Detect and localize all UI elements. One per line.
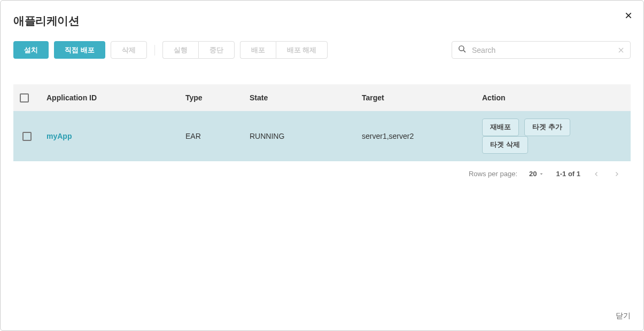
app-id-link[interactable]: myApp — [46, 132, 72, 140]
caret-down-icon — [539, 171, 544, 177]
cell-actions: 재배포 타겟 추가 타겟 삭제 — [476, 111, 631, 161]
chevron-left-icon — [593, 171, 600, 177]
cell-target: server1,server2 — [355, 111, 476, 161]
application-dialog: 애플리케이션 설치 직접 배포 삭제 실행 중단 배포 배포 해제 — [0, 0, 644, 331]
dialog-title: 애플리케이션 — [13, 13, 79, 28]
install-button[interactable]: 설치 — [13, 41, 49, 59]
add-target-button[interactable]: 타겟 추가 — [524, 119, 570, 136]
chevron-right-icon — [614, 171, 620, 177]
table-row: myApp EAR RUNNING server1,server2 재배포 타겟… — [13, 111, 631, 161]
cell-state: RUNNING — [243, 111, 355, 161]
svg-point-0 — [459, 46, 464, 51]
page-size-select[interactable]: 20 — [529, 170, 544, 178]
redeploy-button[interactable]: 재배포 — [482, 119, 519, 136]
toolbar: 설치 직접 배포 삭제 실행 중단 배포 배포 해제 — [13, 41, 631, 59]
select-all-checkbox[interactable] — [20, 93, 29, 103]
search-input[interactable] — [472, 46, 617, 54]
col-header-target: Target — [355, 84, 476, 111]
cell-type: EAR — [179, 111, 243, 161]
page-range: 1-1 of 1 — [556, 170, 580, 178]
close-icon[interactable] — [624, 11, 633, 20]
direct-deploy-button[interactable]: 직접 배포 — [54, 41, 105, 59]
run-button[interactable]: 실행 — [162, 41, 198, 59]
pagination: Rows per page: 20 1-1 of 1 — [13, 161, 631, 178]
deploy-group: 배포 배포 해제 — [240, 41, 328, 59]
clear-search-icon[interactable] — [617, 46, 625, 54]
prev-page-button[interactable] — [592, 170, 601, 178]
deploy-button[interactable]: 배포 — [240, 41, 276, 59]
footer-close-button[interactable]: 닫기 — [616, 311, 631, 321]
run-stop-group: 실행 중단 — [162, 41, 235, 59]
toolbar-divider — [154, 45, 155, 56]
search-icon — [457, 44, 467, 56]
applications-table: Application ID Type State Target Action … — [13, 84, 631, 161]
col-header-state: State — [243, 84, 355, 111]
search-box — [452, 41, 631, 59]
delete-button[interactable]: 삭제 — [111, 41, 147, 59]
table-header-row: Application ID Type State Target Action — [13, 84, 631, 111]
delete-target-button[interactable]: 타겟 삭제 — [482, 136, 528, 154]
next-page-button[interactable] — [612, 170, 621, 178]
stop-button[interactable]: 중단 — [198, 41, 235, 59]
col-header-action: Action — [476, 84, 631, 111]
row-checkbox[interactable] — [22, 132, 32, 141]
page-size-value: 20 — [529, 170, 537, 178]
undeploy-button[interactable]: 배포 해제 — [276, 41, 328, 59]
col-header-type: Type — [179, 84, 243, 111]
rows-per-page-label: Rows per page: — [469, 170, 517, 178]
col-header-appid: Application ID — [40, 84, 179, 111]
dialog-header: 애플리케이션 — [13, 13, 631, 28]
